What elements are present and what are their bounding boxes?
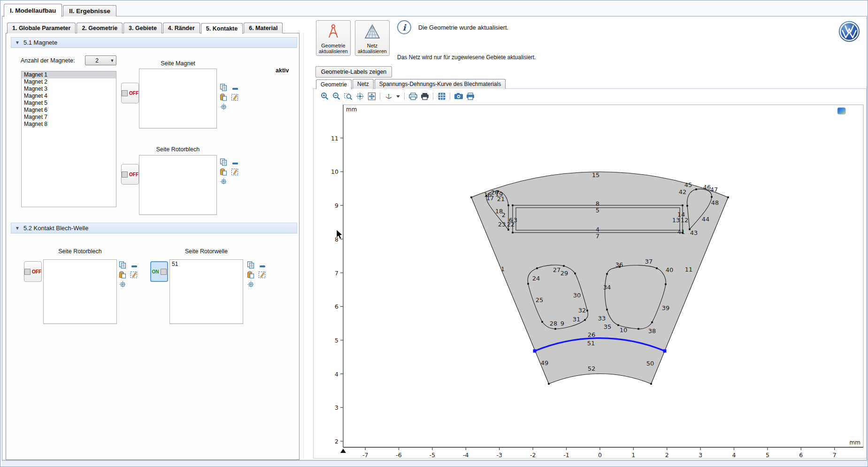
tab-2-geometrie[interactable]: 2. Geometrie [77, 23, 123, 33]
update-geometry-button[interactable]: Geometrie aktualisieren [316, 20, 351, 56]
vertex-dot [512, 204, 514, 206]
update-mesh-button[interactable]: Netz aktualisieren [355, 20, 390, 56]
clear-selection-icon[interactable] [231, 93, 238, 101]
selected-edge-endpoint [663, 350, 667, 353]
geometry-plot[interactable]: 1511116201917211822322638547454647424844… [326, 102, 868, 460]
x-tick-label: -3 [496, 451, 502, 459]
remove-selection-icon[interactable] [232, 86, 239, 93]
tab-5-kontakte[interactable]: 5. Kontakte [201, 23, 243, 34]
remove-selection-icon[interactable] [232, 160, 239, 168]
view-tab-spannungs-dehnungs-kurve-des-blechmaterials[interactable]: Spannungs-Dehnungs-Kurve des Blechmateri… [375, 79, 506, 89]
x-tick-label: -1 [563, 451, 569, 459]
geometry-label-7: 7 [596, 233, 599, 240]
chevron-down-icon: ▼ [108, 58, 116, 63]
tab-4-ränder[interactable]: 4. Ränder [163, 23, 200, 33]
selection-list-seite-rotorwelle[interactable]: 51 [169, 259, 243, 324]
save-image-icon[interactable] [465, 92, 475, 101]
copy-selection-icon[interactable] [220, 158, 227, 166]
copy-selection-icon[interactable] [119, 261, 126, 269]
section-header-magnete[interactable]: ▼ 5.1 Magnete [11, 37, 297, 48]
toggle-state-icon [122, 171, 128, 178]
collapse-arrow-icon[interactable]: ▼ [15, 40, 20, 45]
panel-splitter[interactable] [303, 33, 304, 459]
list-item[interactable]: Magnet 7 [22, 114, 116, 121]
geometry-label-35: 35 [604, 323, 612, 330]
zoom-to-selection-icon[interactable] [220, 103, 228, 111]
zoom-out-icon[interactable] [331, 92, 341, 101]
clear-selection-icon[interactable] [130, 271, 138, 279]
vertex-dot [665, 283, 667, 285]
vertex-dot [507, 229, 509, 231]
x-tick-label: -6 [396, 451, 402, 459]
view-axes-icon[interactable] [384, 92, 393, 101]
copy-selection-icon[interactable] [247, 261, 254, 269]
tab-3-gebiete[interactable]: 3. Gebiete [123, 23, 162, 33]
tab-6-material[interactable]: 6. Material [244, 23, 283, 33]
x-tick-label: 1 [631, 451, 635, 459]
toggle-seite-magnet[interactable]: OFF [121, 83, 139, 103]
toggle-label: OFF [129, 172, 138, 177]
paste-selection-icon[interactable] [119, 271, 126, 279]
y-tick-label: 5 [335, 337, 338, 344]
zoom-extents-icon[interactable] [367, 92, 376, 101]
toggle-seite-rotorwelle[interactable]: ON [150, 261, 168, 282]
magnet-list[interactable]: Magnet 1Magnet 2Magnet 3Magnet 4Magnet 5… [21, 71, 116, 207]
zoom-box-icon[interactable] [343, 92, 353, 101]
toggle-kontakt-rotorblech[interactable]: OFF [24, 261, 42, 282]
selection-list-kontakt-rotorblech[interactable] [43, 259, 117, 324]
list-item[interactable]: Magnet 6 [22, 107, 116, 114]
zoom-to-selection-icon[interactable] [220, 178, 228, 186]
paste-selection-icon[interactable] [220, 168, 227, 176]
show-geometry-labels-button[interactable]: Geometrie-Labels zeigen [315, 66, 392, 78]
remove-selection-icon[interactable] [131, 263, 138, 271]
toggle-seite-rotorblech[interactable]: OFF [121, 164, 139, 185]
copy-selection-icon[interactable] [220, 84, 227, 91]
grid-icon[interactable] [437, 92, 446, 101]
vertex-dot [470, 196, 472, 198]
geometry-label-49: 49 [541, 359, 549, 366]
geometry-label-2: 2 [502, 211, 506, 218]
selection-list-seite-magnet[interactable] [139, 69, 217, 129]
clear-selection-icon[interactable] [258, 271, 266, 279]
zoom-to-selection-icon[interactable] [247, 281, 255, 288]
view-tab-netz[interactable]: Netz [353, 79, 374, 89]
geometry-label-30: 30 [573, 292, 581, 299]
remove-selection-icon[interactable] [259, 263, 267, 271]
list-item[interactable]: Magnet 4 [22, 93, 116, 100]
clear-selection-icon[interactable] [231, 168, 238, 176]
paste-selection-icon[interactable] [247, 271, 254, 279]
zoom-selected-icon[interactable] [355, 92, 365, 101]
tab-i-modellaufbau[interactable]: I. Modellaufbau [4, 4, 62, 17]
list-item[interactable]: Magnet 1 [22, 71, 116, 78]
tab-1-globale-parameter[interactable]: 1. Globale Parameter [7, 23, 76, 33]
group-title-seite-rotorblech: Seite Rotorblech [139, 146, 217, 153]
toolbar-separator [380, 93, 380, 100]
geometry-label-1: 1 [501, 265, 505, 272]
tab-ii-ergebnisse[interactable]: II. Ergebnisse [63, 5, 116, 16]
magnet-count-select[interactable]: 2 ▼ [85, 55, 116, 65]
vertex-dot [656, 267, 658, 269]
section-title: 5.2 Kontakt Blech-Welle [23, 225, 89, 232]
vertex-dot [617, 324, 619, 326]
list-item[interactable]: Magnet 8 [22, 121, 116, 128]
zoom-to-selection-icon[interactable] [119, 281, 127, 288]
plot-window-icon[interactable] [837, 108, 845, 114]
vertex-dot [554, 328, 556, 330]
camera-icon[interactable] [453, 92, 463, 101]
vertex-dot [682, 204, 684, 206]
list-item[interactable]: Magnet 2 [22, 78, 116, 86]
collapse-arrow-icon[interactable]: ▼ [15, 226, 20, 231]
list-item[interactable]: Magnet 5 [22, 100, 116, 107]
list-item[interactable]: Magnet 3 [22, 86, 116, 93]
paste-selection-icon[interactable] [220, 93, 227, 101]
print-preview-icon[interactable] [408, 92, 418, 101]
geometry-label-37: 37 [645, 258, 653, 265]
selection-value[interactable]: 51 [172, 261, 241, 267]
selection-list-seite-rotorblech[interactable] [139, 155, 217, 215]
print-icon[interactable] [420, 92, 430, 101]
view-tab-geometrie[interactable]: Geometrie [316, 79, 352, 89]
zoom-in-icon[interactable] [320, 92, 330, 101]
geometry-label-29: 29 [561, 270, 568, 277]
view-axes-dropdown-icon[interactable] [395, 92, 401, 101]
section-header-kontakt[interactable]: ▼ 5.2 Kontakt Blech-Welle [11, 223, 297, 234]
